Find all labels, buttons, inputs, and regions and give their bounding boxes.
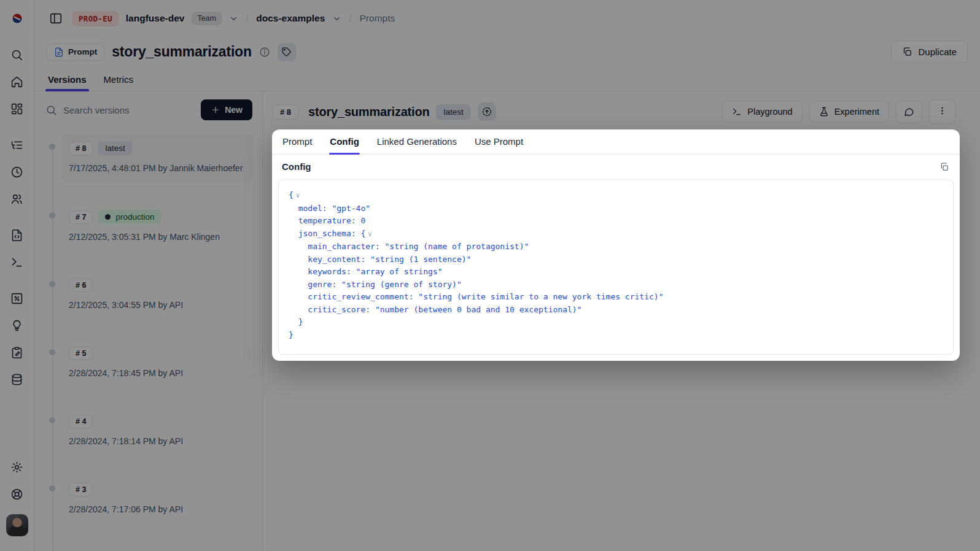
prompt-detail-dialog: Prompt Config Linked Generations Use Pro… [272, 129, 960, 361]
config-json-viewer[interactable]: {∨ model: "gpt-4o" temperature: 0 json_s… [278, 179, 954, 355]
json-line: {∨ [289, 189, 943, 202]
tab-prompt[interactable]: Prompt [282, 129, 313, 154]
json-line: key_content: "string (1 sentence)" [289, 253, 943, 266]
json-line: main_character: "string (name of protago… [289, 241, 943, 253]
json-line: temperature: 0 [289, 215, 943, 228]
copy-config-icon[interactable] [939, 162, 949, 172]
json-line: } [289, 329, 943, 342]
json-line: genre: "string (genre of story)" [289, 279, 943, 291]
collapse-chevron-icon[interactable]: ∨ [296, 191, 300, 199]
tab-use-prompt[interactable]: Use Prompt [474, 129, 524, 154]
tab-config[interactable]: Config [329, 129, 359, 154]
collapse-chevron-icon[interactable]: ∨ [368, 230, 372, 238]
json-line: keywords: "array of strings" [289, 266, 943, 279]
tab-linked-generations[interactable]: Linked Generations [376, 129, 457, 154]
json-line: json_schema: {∨ [289, 228, 943, 241]
json-line: critic_score: "number (between 0 bad and… [289, 304, 943, 317]
langfuse-app: PROD-EU langfuse-dev Team / docs-example… [0, 0, 980, 551]
config-section-header: Config [272, 155, 960, 177]
dialog-tabs: Prompt Config Linked Generations Use Pro… [272, 129, 960, 155]
json-line: model: "gpt-4o" [289, 202, 943, 215]
config-section-title: Config [282, 161, 311, 172]
json-line: } [289, 316, 943, 329]
json-line: critic_review_comment: "string (write si… [289, 291, 943, 304]
